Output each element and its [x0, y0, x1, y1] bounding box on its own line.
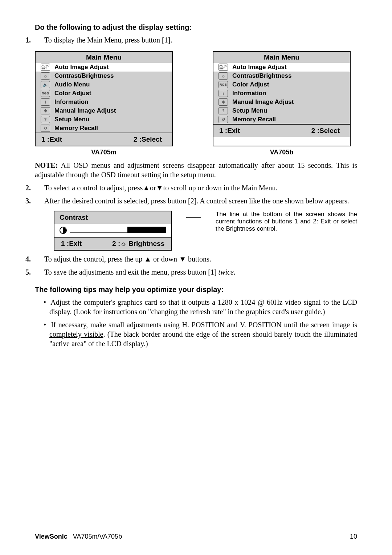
color-icon: RGB	[41, 90, 50, 97]
step-1: 1.To display the Main Menu, press button…	[35, 35, 357, 45]
menu-b-exit: 1 :Exit	[219, 127, 240, 135]
brightness-icon: ☼	[219, 72, 228, 80]
control-row: Contrast 1 :Exit 2 :☼ Brightness The lin…	[35, 211, 357, 251]
bullet-1: • Adjust the computer's graphics card so…	[35, 297, 357, 316]
note-text: All OSD menus and adjustment screens dis…	[35, 161, 357, 179]
menu-b-label-6: Memory Recall	[232, 116, 276, 123]
menu-b-select: 2 :Select	[311, 127, 340, 135]
caption-a: VA705m	[35, 149, 173, 156]
menu-a-label-1: Contrast/Brightness	[54, 72, 114, 80]
step4-c: buttons.	[186, 255, 211, 263]
step5-twice: twice	[219, 268, 234, 276]
step3-text: After the desired control is selected, p…	[44, 197, 349, 205]
menu-a-label-0: Auto Image Adjust	[54, 64, 109, 71]
autoset-icon: AUTOSET	[219, 64, 228, 71]
menu-a-label-2: Audio Menu	[54, 81, 90, 88]
menus-row: Main Menu AUTOSETAuto Image Adjust ☼Cont…	[35, 51, 357, 146]
menu-a-row-6: ?Setup Menu	[36, 115, 172, 124]
menu-b-row-6: ↺Memory Recall	[213, 115, 350, 124]
info-icon: i	[219, 90, 228, 97]
step4-num: 4.	[35, 254, 44, 264]
menu-b-label-0: Auto Image Adjust	[232, 64, 287, 71]
page-footer: ViewSonic VA705m/VA705b 10	[35, 533, 357, 540]
menu-a-label-7: Memory Recall	[54, 125, 98, 132]
caption-b: VA705b	[213, 149, 351, 156]
step-4: 4.To adjust the control, press the up or…	[35, 254, 357, 264]
step5-a: To save the adjustments and exit the men…	[44, 268, 219, 276]
recall-icon: ↺	[219, 116, 228, 123]
step5-num: 5.	[35, 267, 44, 277]
footer-left: ViewSonic VA705m/VA705b	[35, 533, 122, 540]
step2-c: to scroll up or down in the Main Menu.	[163, 184, 278, 192]
menu-b-label-5: Setup Menu	[232, 107, 267, 114]
menu-va705m: Main Menu AUTOSETAuto Image Adjust ☼Cont…	[35, 51, 173, 146]
menu-a-title: Main Menu	[36, 52, 172, 63]
step2-b: or	[150, 184, 156, 192]
control-note: The line at the bottom of the screen sho…	[216, 211, 357, 232]
menu-b-label-2: Color Adjust	[232, 81, 269, 88]
contrast-control-box: Contrast 1 :Exit 2 :☼ Brightness	[54, 211, 172, 251]
note-line: NOTE: All OSD menus and adjustment scree…	[35, 161, 357, 179]
brightness-icon: ☼	[41, 72, 50, 80]
menu-a-label-4: Information	[54, 98, 89, 106]
move-icon: ✥	[219, 98, 228, 106]
menu-a-row-4: iInformation	[36, 98, 172, 106]
footer-product: VA705m/VA705b	[73, 533, 122, 540]
menu-a-row-0: AUTOSETAuto Image Adjust	[36, 63, 172, 72]
bullet-2: • If necessary, make small adjustments u…	[35, 320, 357, 348]
step1-text: To display the Main Menu, press button […	[44, 36, 172, 44]
menu-b-row-5: ?Setup Menu	[213, 106, 350, 115]
menu-b-row-0: AUTOSETAuto Image Adjust	[213, 63, 350, 72]
move-icon: ✥	[41, 107, 50, 114]
menu-a-select: 2 :Select	[134, 135, 162, 143]
recall-icon: ↺	[41, 125, 50, 132]
menu-a-row-1: ☼Contrast/Brightness	[36, 72, 172, 80]
triangle-down-icon	[179, 255, 186, 263]
menu-a-label-3: Color Adjust	[54, 90, 91, 97]
bullet1-text: Adjust the computer's graphics card so t…	[49, 298, 357, 316]
leader-line	[186, 217, 201, 218]
bullet2-a: If necessary, make small adjustments usi…	[51, 321, 357, 329]
step4-b: or down	[151, 255, 179, 263]
question-icon: ?	[219, 107, 228, 114]
triangle-up-icon	[143, 184, 150, 192]
step2-num: 2.	[35, 183, 44, 193]
contrast-brightness: 2 :☼ Brightness	[112, 240, 164, 248]
menu-a-row-7: ↺Memory Recall	[36, 124, 172, 133]
menu-b-label-4: Manual Image Adjust	[232, 98, 294, 106]
info-icon: i	[41, 98, 50, 106]
question-icon: ?	[41, 116, 50, 123]
autoset-icon: AUTOSET	[41, 64, 50, 71]
triangle-down-icon	[156, 184, 163, 192]
contrast-title: Contrast	[54, 211, 171, 224]
menu-a-label-5: Manual Image Adjust	[54, 107, 116, 114]
contrast-body	[54, 224, 171, 237]
step3-num: 3.	[35, 196, 44, 206]
menu-a-label-6: Setup Menu	[54, 116, 89, 123]
heading-adjust: Do the following to adjust the display s…	[35, 23, 357, 32]
color-icon: RGB	[219, 81, 228, 88]
step5-c: .	[234, 268, 236, 276]
heading-tips: The following tips may help you optimize…	[35, 285, 357, 294]
menu-b-row-3: iInformation	[213, 89, 350, 98]
audio-icon: 🔈	[41, 81, 50, 88]
contrast-slider	[70, 227, 166, 233]
menu-va705b: Main Menu AUTOSETAuto Image Adjust ☼Cont…	[213, 51, 351, 146]
step-2: 2.To select a control to adjust, pressor…	[35, 183, 357, 193]
bullet2-underline: completely visible	[49, 330, 103, 338]
note-lead: NOTE:	[35, 161, 58, 169]
menu-b-row-4: ✥Manual Image Adjust	[213, 98, 350, 106]
step-3: 3.After the desired control is selected,…	[35, 196, 357, 206]
contrast-icon	[60, 227, 67, 234]
menu-a-row-3: RGBColor Adjust	[36, 89, 172, 98]
menu-a-exit: 1 :Exit	[41, 135, 62, 143]
contrast-footer: 1 :Exit 2 :☼ Brightness	[54, 237, 171, 250]
menu-b-footer: 1 :Exit 2 :Select	[213, 124, 350, 137]
contrast-exit: 1 :Exit	[61, 240, 82, 248]
menu-a-row-2: 🔈Audio Menu	[36, 80, 172, 89]
captions-row: VA705m VA705b	[35, 149, 351, 156]
step-5: 5.To save the adjustments and exit the m…	[35, 267, 357, 277]
menu-a-row-5: ✥Manual Image Adjust	[36, 106, 172, 115]
menu-b-title: Main Menu	[213, 52, 350, 63]
menu-b-row-1: ☼Contrast/Brightness	[213, 72, 350, 80]
